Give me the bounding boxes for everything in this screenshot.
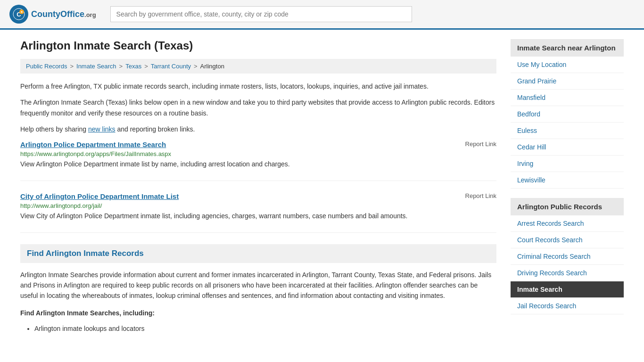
result-header-1: Arlington Police Department Inmate Searc… [20,140,496,148]
sidebar-link-jail-records[interactable]: Jail Records Search [511,298,624,314]
find-section-body: Arlington Inmate Searches provide inform… [20,270,496,301]
breadcrumb-sep-1: > [70,63,74,70]
intro-para3-suffix: and reporting broken links. [116,125,195,133]
breadcrumb-sep-4: > [194,63,198,70]
result-desc-2: View City of Arlington Police Department… [20,211,496,221]
sidebar-link-driving-records[interactable]: Driving Records Search [511,265,624,281]
page-title: Arlington Inmate Search (Texas) [20,39,496,52]
content-area: Arlington Inmate Search (Texas) Public R… [20,39,496,334]
find-bullets: Arlington inmate lookups and locators [20,325,496,332]
sidebar-link-lewisville[interactable]: Lewisville [511,172,624,189]
intro-para3: Help others by sharing new links and rep… [20,124,496,134]
breadcrumb-inmate-search[interactable]: Inmate Search [76,63,116,70]
sidebar-link-arrest-records[interactable]: Arrest Records Search [511,215,624,232]
intro-para3-prefix: Help others by sharing [20,125,88,133]
result-item-1: Arlington Police Department Inmate Searc… [20,140,496,181]
intro-para1: Perform a free Arlington, TX public inma… [20,81,496,91]
sidebar-link-grand-prairie[interactable]: Grand Prairie [511,73,624,90]
sidebar-link-euless[interactable]: Euless [511,123,624,139]
result-title-1[interactable]: Arlington Police Department Inmate Searc… [20,140,166,148]
sidebar-link-court-records[interactable]: Court Records Search [511,232,624,248]
result-title-2[interactable]: City of Arlington Police Department Inma… [20,192,179,200]
bullet-item-1: Arlington inmate lookups and locators [34,325,496,332]
result-url-2[interactable]: http://www.arlingtonpd.org/jail/ [20,202,496,209]
sidebar: Inmate Search near Arlington Use My Loca… [511,39,624,334]
svg-text:✦: ✦ [20,10,23,14]
breadcrumb-sep-3: > [144,63,148,70]
sidebar-public-records-section: Arlington Public Records Arrest Records … [511,198,624,314]
main-layout: Arlington Inmate Search (Texas) Public R… [11,30,633,344]
find-section-heading-block: Find Arlington Inmate Records [20,244,496,263]
breadcrumb-texas[interactable]: Texas [125,63,141,70]
logo[interactable]: C ✦ CountyOffice.org [9,5,96,24]
result-url-1[interactable]: https://www.arlingtonpd.org/apps/Files/J… [20,150,496,157]
sidebar-link-mansfield[interactable]: Mansfield [511,90,624,106]
breadcrumb-sep-2: > [119,63,123,70]
result-report-1[interactable]: Report Link [465,140,496,148]
breadcrumb-arlington: Arlington [200,63,224,70]
result-report-2[interactable]: Report Link [465,192,496,199]
search-bar [110,6,412,22]
sidebar-nearby-title: Inmate Search near Arlington [511,39,624,57]
sidebar-link-cedar-hill[interactable]: Cedar Hill [511,139,624,156]
sidebar-use-location[interactable]: Use My Location [511,57,624,73]
find-section-heading: Find Arlington Inmate Records [27,249,490,258]
result-item-2: City of Arlington Police Department Inma… [20,192,496,233]
sidebar-link-criminal-records[interactable]: Criminal Records Search [511,248,624,265]
result-header-2: City of Arlington Police Department Inma… [20,192,496,200]
breadcrumb-tarrant-county[interactable]: Tarrant County [151,63,191,70]
breadcrumb: Public Records > Inmate Search > Texas >… [20,59,496,74]
find-section-subheading: Find Arlington Inmate Searches, includin… [20,308,496,318]
sidebar-link-irving[interactable]: Irving [511,156,624,172]
logo-text: CountyOffice.org [31,9,96,19]
logo-icon: C ✦ [9,5,28,24]
sidebar-link-inmate-search[interactable]: Inmate Search [511,281,624,298]
sidebar-nearby-section: Inmate Search near Arlington Use My Loca… [511,39,624,189]
search-input[interactable] [110,6,412,22]
result-desc-1: View Arlington Police Department inmate … [20,159,496,169]
new-links-link[interactable]: new links [88,125,116,133]
breadcrumb-public-records[interactable]: Public Records [26,63,67,70]
header: C ✦ CountyOffice.org [0,0,644,30]
intro-para2: The Arlington Inmate Search (Texas) link… [20,97,496,118]
sidebar-link-bedford[interactable]: Bedford [511,106,624,123]
sidebar-public-records-title: Arlington Public Records [511,198,624,215]
